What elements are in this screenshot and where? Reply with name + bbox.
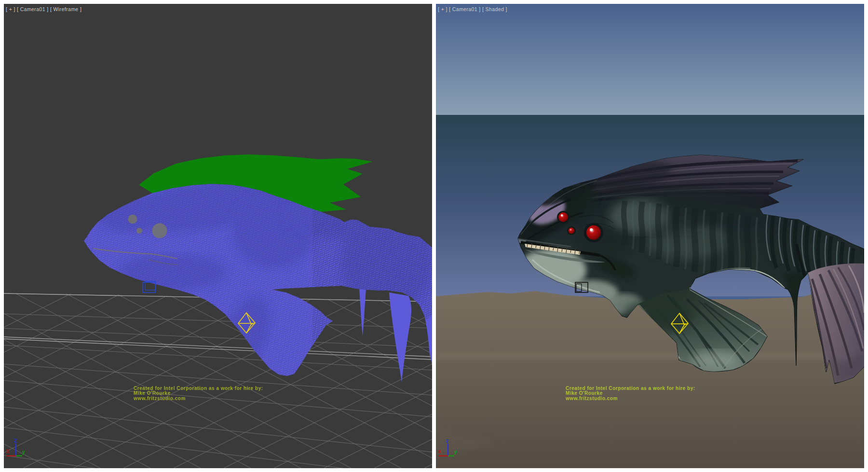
svg-text:z: z bbox=[446, 438, 448, 444]
svg-text:Z: Z bbox=[14, 438, 17, 444]
svg-text:x: x bbox=[438, 449, 441, 454]
svg-text:y: y bbox=[22, 449, 25, 455]
svg-text:y: y bbox=[454, 449, 457, 455]
svg-text:X: X bbox=[6, 449, 10, 454]
